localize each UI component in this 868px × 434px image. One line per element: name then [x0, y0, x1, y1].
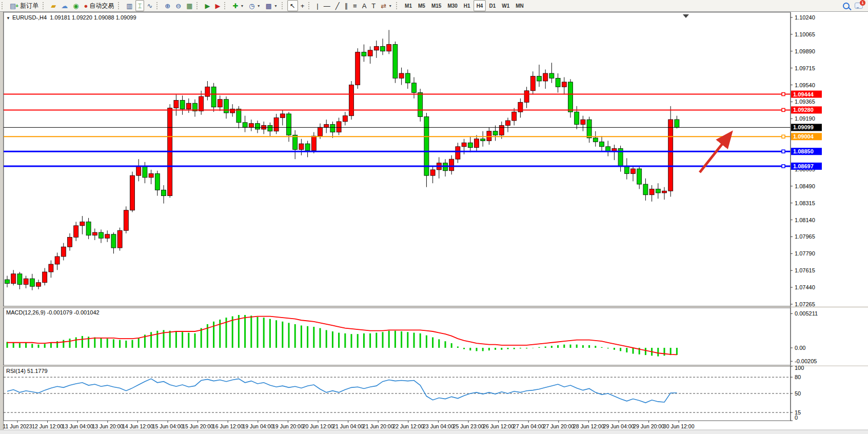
line-handle[interactable] [782, 165, 785, 168]
periods-button[interactable]: ◷▼ [246, 0, 263, 11]
toolbar-grip[interactable] [2, 2, 5, 9]
tf-w1-button[interactable]: W1 [499, 0, 512, 11]
tf-mn-button[interactable]: MN [512, 0, 527, 11]
macd-histogram-bar [607, 348, 609, 348]
toolbar-grip[interactable] [224, 2, 228, 9]
draw-trendline-button[interactable]: ╱ [333, 0, 342, 11]
search-icon[interactable] [843, 3, 850, 9]
macd-histogram-bar [420, 333, 421, 348]
candle-up [475, 139, 479, 148]
tf-m1-button[interactable]: M1 [402, 0, 415, 11]
tf-h4-button[interactable]: H4 [474, 0, 486, 11]
collapse-triangle-icon[interactable]: ▼ [6, 16, 10, 21]
toolbar-grip[interactable] [196, 2, 200, 9]
macd-histogram-bar [463, 348, 465, 349]
price-tick-label: 1.08490 [795, 183, 815, 189]
dropdown-caret-icon[interactable]: ▼ [240, 4, 244, 8]
chart-line-button[interactable]: ∿ [144, 0, 155, 11]
chart-bars-button[interactable]: ▥ [124, 0, 135, 11]
candle-up [318, 127, 323, 136]
macd-histogram-bar [101, 338, 102, 348]
macd-histogram-bar [520, 348, 521, 348]
date-tick-label: 15 Jun 20:00 [182, 423, 213, 429]
tile-windows-button[interactable]: ▦ [184, 0, 195, 11]
draw-label-button[interactable]: T [369, 0, 378, 11]
toolbar-grip[interactable] [156, 2, 160, 9]
candle-up [506, 121, 510, 125]
panel-separator[interactable] [0, 366, 868, 367]
rsi-tick-label: 0 [795, 415, 798, 421]
chart-candles-button[interactable]: ⌶ [135, 0, 145, 11]
price-tick-label: 1.07790 [795, 250, 815, 257]
candle-down [568, 82, 573, 112]
chart-canvas[interactable]: 1.102401.100651.098901.097151.095401.093… [0, 11, 868, 434]
candle-down [600, 142, 604, 146]
toolbar-grip[interactable] [43, 2, 46, 9]
bars-icon: ▥ [126, 3, 132, 9]
line-handle[interactable] [782, 150, 785, 153]
macd-histogram-bar [94, 338, 95, 348]
draw-arrows-button[interactable]: ⇄▼ [378, 0, 394, 11]
chart-shift-button[interactable]: ▶ [212, 0, 223, 11]
auto-scroll-button[interactable]: ▶ [202, 0, 212, 11]
toolbar-group: ⊕⊖▦ [155, 0, 195, 11]
dropdown-caret-icon[interactable]: ▼ [274, 4, 278, 8]
draw-text-button[interactable]: A [360, 0, 369, 11]
signals-button[interactable]: ◉ [70, 0, 81, 11]
dropdown-caret-icon[interactable]: ▼ [388, 4, 392, 8]
community-button[interactable]: ☁ [58, 0, 70, 11]
crosshair-button[interactable]: + [298, 0, 307, 11]
candle-down [155, 173, 160, 190]
macd-histogram-bar [620, 348, 621, 351]
draw-fibonacci-button[interactable]: ≡ [350, 0, 360, 11]
text-icon: A [362, 3, 367, 9]
macd-histogram-bar [75, 338, 77, 348]
market-button[interactable]: ▰ [48, 0, 58, 11]
draw-vline-button[interactable]: | [314, 0, 321, 11]
tf-h1-button[interactable]: H1 [461, 0, 474, 11]
tf-m5-button[interactable]: M5 [415, 0, 428, 11]
toolbar-grip[interactable] [396, 2, 400, 9]
zoom-in-button[interactable]: ⊕ [162, 0, 173, 11]
candle-up [61, 247, 66, 257]
indicators-button[interactable]: ✚▼ [230, 0, 246, 11]
symbol-timeframe: EURUSD-,H4 [12, 14, 47, 21]
cursor-button[interactable]: ↖ [287, 0, 298, 11]
tf-d1-button[interactable]: D1 [486, 0, 499, 11]
candle-down [305, 144, 310, 150]
macd-histogram-bar [169, 331, 171, 348]
new-order-button[interactable]: ▤+新订单 [7, 0, 41, 11]
zoom-out-button[interactable]: ⊖ [173, 0, 184, 11]
gold-icon: ▰ [51, 3, 56, 9]
auto-trading-button[interactable]: ●自动交易 [81, 0, 116, 11]
templates-button[interactable]: ▩▼ [263, 0, 280, 11]
candle-down [405, 73, 410, 83]
macd-plot-area[interactable] [4, 308, 791, 365]
line-handle[interactable] [782, 135, 785, 138]
toolbar-grip[interactable] [282, 2, 285, 9]
toolbar-grip[interactable] [308, 2, 312, 9]
panel-separator[interactable] [0, 307, 868, 308]
line-handle[interactable] [782, 108, 785, 111]
tf-m30-button[interactable]: M30 [444, 0, 460, 11]
macd-histogram-bar [382, 332, 384, 348]
auto-trading-label: 自动交易 [89, 2, 114, 10]
candle-up [374, 46, 379, 50]
candle-up [80, 222, 85, 226]
notifications-icon[interactable]: 1 [855, 3, 863, 9]
draw-hline-button[interactable]: — [321, 0, 333, 11]
tf-m15-button[interactable]: M15 [428, 0, 444, 11]
toolbar-grip[interactable] [118, 2, 122, 9]
macd-tick-label: 0.00 [795, 345, 805, 351]
date-tick-label: 11 Jun 2023 [3, 423, 32, 429]
macd-histogram-bar [257, 317, 259, 348]
macd-histogram-bar [576, 345, 578, 348]
candle-down [637, 169, 642, 184]
tf-w1-label: W1 [502, 3, 509, 9]
draw-channel-button[interactable]: ∥ [342, 0, 351, 11]
line-handle[interactable] [782, 93, 785, 96]
macd-histogram-bar [595, 346, 596, 348]
candle-down [243, 123, 247, 127]
toolbar-group: |—╱∥≡AT⇄▼ [307, 0, 394, 11]
dropdown-caret-icon[interactable]: ▼ [257, 4, 261, 8]
